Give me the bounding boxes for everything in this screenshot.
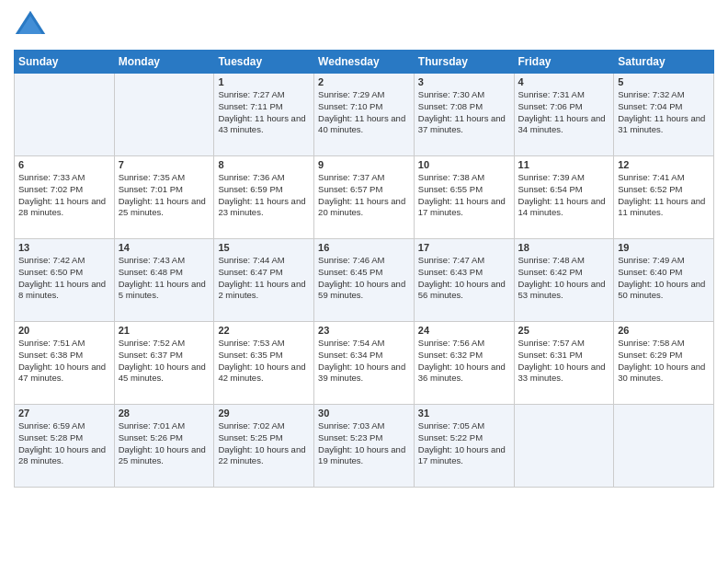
weekday-header-saturday: Saturday: [614, 51, 714, 74]
day-cell: 1Sunrise: 7:27 AM Sunset: 7:11 PM Daylig…: [214, 74, 314, 156]
day-cell: 8Sunrise: 7:36 AM Sunset: 6:59 PM Daylig…: [214, 156, 314, 239]
day-info: Sunrise: 7:38 AM Sunset: 6:55 PM Dayligh…: [418, 172, 510, 219]
week-row-5: 27Sunrise: 6:59 AM Sunset: 5:28 PM Dayli…: [15, 405, 714, 488]
day-cell: 29Sunrise: 7:02 AM Sunset: 5:25 PM Dayli…: [214, 405, 314, 488]
day-info: Sunrise: 7:05 AM Sunset: 5:22 PM Dayligh…: [418, 420, 510, 467]
day-cell: [514, 405, 614, 488]
day-info: Sunrise: 7:36 AM Sunset: 6:59 PM Dayligh…: [218, 172, 310, 219]
day-number: 21: [119, 325, 210, 336]
calendar-table: SundayMondayTuesdayWednesdayThursdayFrid…: [14, 50, 714, 488]
day-info: Sunrise: 7:37 AM Sunset: 6:57 PM Dayligh…: [318, 172, 410, 219]
day-info: Sunrise: 7:52 AM Sunset: 6:37 PM Dayligh…: [119, 338, 210, 385]
day-info: Sunrise: 7:53 AM Sunset: 6:35 PM Dayligh…: [218, 338, 310, 385]
day-number: 24: [418, 325, 510, 336]
day-info: Sunrise: 7:43 AM Sunset: 6:48 PM Dayligh…: [119, 255, 210, 302]
day-number: 5: [618, 76, 710, 87]
week-row-4: 20Sunrise: 7:51 AM Sunset: 6:38 PM Dayli…: [15, 322, 714, 405]
day-cell: 24Sunrise: 7:56 AM Sunset: 6:32 PM Dayli…: [414, 322, 514, 405]
day-number: 2: [318, 76, 410, 87]
day-cell: 18Sunrise: 7:48 AM Sunset: 6:42 PM Dayli…: [514, 239, 614, 322]
day-number: 28: [119, 408, 210, 419]
day-info: Sunrise: 7:51 AM Sunset: 6:38 PM Dayligh…: [18, 338, 110, 385]
day-cell: 4Sunrise: 7:31 AM Sunset: 7:06 PM Daylig…: [514, 74, 614, 156]
day-cell: 20Sunrise: 7:51 AM Sunset: 6:38 PM Dayli…: [15, 322, 115, 405]
day-info: Sunrise: 7:46 AM Sunset: 6:45 PM Dayligh…: [318, 255, 410, 302]
day-info: Sunrise: 7:54 AM Sunset: 6:34 PM Dayligh…: [318, 338, 410, 385]
day-cell: 13Sunrise: 7:42 AM Sunset: 6:50 PM Dayli…: [15, 239, 115, 322]
day-cell: 6Sunrise: 7:33 AM Sunset: 7:02 PM Daylig…: [15, 156, 115, 239]
day-info: Sunrise: 7:49 AM Sunset: 6:40 PM Dayligh…: [618, 255, 710, 302]
day-number: 20: [18, 325, 110, 336]
day-info: Sunrise: 6:59 AM Sunset: 5:28 PM Dayligh…: [18, 420, 110, 467]
day-info: Sunrise: 7:47 AM Sunset: 6:43 PM Dayligh…: [418, 255, 510, 302]
day-cell: 3Sunrise: 7:30 AM Sunset: 7:08 PM Daylig…: [414, 74, 514, 156]
day-number: 27: [18, 408, 110, 419]
day-cell: 22Sunrise: 7:53 AM Sunset: 6:35 PM Dayli…: [214, 322, 314, 405]
day-info: Sunrise: 7:42 AM Sunset: 6:50 PM Dayligh…: [18, 255, 110, 302]
day-number: 22: [218, 325, 310, 336]
day-number: 1: [218, 76, 310, 87]
day-cell: [15, 74, 115, 156]
day-number: 6: [18, 159, 110, 170]
week-row-2: 6Sunrise: 7:33 AM Sunset: 7:02 PM Daylig…: [15, 156, 714, 239]
day-cell: 10Sunrise: 7:38 AM Sunset: 6:55 PM Dayli…: [414, 156, 514, 239]
weekday-header-tuesday: Tuesday: [214, 51, 314, 74]
logo-icon: [14, 9, 47, 42]
weekday-header-sunday: Sunday: [15, 51, 115, 74]
day-cell: 7Sunrise: 7:35 AM Sunset: 7:01 PM Daylig…: [114, 156, 214, 239]
day-number: 4: [518, 76, 610, 87]
weekday-header-friday: Friday: [514, 51, 614, 74]
day-info: Sunrise: 7:32 AM Sunset: 7:04 PM Dayligh…: [618, 89, 710, 136]
day-info: Sunrise: 7:33 AM Sunset: 7:02 PM Dayligh…: [18, 172, 110, 219]
day-cell: 21Sunrise: 7:52 AM Sunset: 6:37 PM Dayli…: [114, 322, 214, 405]
week-row-1: 1Sunrise: 7:27 AM Sunset: 7:11 PM Daylig…: [15, 74, 714, 156]
day-number: 16: [318, 242, 410, 253]
day-number: 30: [318, 408, 410, 419]
day-number: 17: [418, 242, 510, 253]
day-info: Sunrise: 7:39 AM Sunset: 6:54 PM Dayligh…: [518, 172, 610, 219]
day-cell: 31Sunrise: 7:05 AM Sunset: 5:22 PM Dayli…: [414, 405, 514, 488]
day-cell: [614, 405, 714, 488]
day-cell: 30Sunrise: 7:03 AM Sunset: 5:23 PM Dayli…: [314, 405, 415, 488]
weekday-header-thursday: Thursday: [414, 51, 514, 74]
day-cell: 14Sunrise: 7:43 AM Sunset: 6:48 PM Dayli…: [114, 239, 214, 322]
day-info: Sunrise: 7:03 AM Sunset: 5:23 PM Dayligh…: [318, 420, 410, 467]
day-info: Sunrise: 7:57 AM Sunset: 6:31 PM Dayligh…: [518, 338, 610, 385]
day-cell: 9Sunrise: 7:37 AM Sunset: 6:57 PM Daylig…: [314, 156, 415, 239]
day-number: 3: [418, 76, 510, 87]
day-cell: 17Sunrise: 7:47 AM Sunset: 6:43 PM Dayli…: [414, 239, 514, 322]
day-info: Sunrise: 7:31 AM Sunset: 7:06 PM Dayligh…: [518, 89, 610, 136]
day-info: Sunrise: 7:58 AM Sunset: 6:29 PM Dayligh…: [618, 338, 710, 385]
day-number: 29: [218, 408, 310, 419]
day-number: 11: [518, 159, 610, 170]
calendar-container: SundayMondayTuesdayWednesdayThursdayFrid…: [0, 0, 728, 501]
weekday-header-wednesday: Wednesday: [314, 51, 415, 74]
weekday-header-monday: Monday: [114, 51, 214, 74]
day-cell: 2Sunrise: 7:29 AM Sunset: 7:10 PM Daylig…: [314, 74, 415, 156]
logo: [14, 9, 51, 42]
day-number: 12: [618, 159, 710, 170]
calendar-header: [14, 9, 714, 42]
day-cell: 19Sunrise: 7:49 AM Sunset: 6:40 PM Dayli…: [614, 239, 714, 322]
day-number: 23: [318, 325, 410, 336]
day-info: Sunrise: 7:48 AM Sunset: 6:42 PM Dayligh…: [518, 255, 610, 302]
day-info: Sunrise: 7:30 AM Sunset: 7:08 PM Dayligh…: [418, 89, 510, 136]
day-number: 19: [618, 242, 710, 253]
day-info: Sunrise: 7:56 AM Sunset: 6:32 PM Dayligh…: [418, 338, 510, 385]
day-info: Sunrise: 7:29 AM Sunset: 7:10 PM Dayligh…: [318, 89, 410, 136]
day-number: 9: [318, 159, 410, 170]
day-number: 25: [518, 325, 610, 336]
day-cell: 15Sunrise: 7:44 AM Sunset: 6:47 PM Dayli…: [214, 239, 314, 322]
day-number: 31: [418, 408, 510, 419]
day-info: Sunrise: 7:44 AM Sunset: 6:47 PM Dayligh…: [218, 255, 310, 302]
day-info: Sunrise: 7:35 AM Sunset: 7:01 PM Dayligh…: [119, 172, 210, 219]
day-cell: 28Sunrise: 7:01 AM Sunset: 5:26 PM Dayli…: [114, 405, 214, 488]
day-info: Sunrise: 7:41 AM Sunset: 6:52 PM Dayligh…: [618, 172, 710, 219]
day-cell: 11Sunrise: 7:39 AM Sunset: 6:54 PM Dayli…: [514, 156, 614, 239]
day-info: Sunrise: 7:02 AM Sunset: 5:25 PM Dayligh…: [218, 420, 310, 467]
day-info: Sunrise: 7:01 AM Sunset: 5:26 PM Dayligh…: [119, 420, 210, 467]
day-number: 26: [618, 325, 710, 336]
day-cell: 16Sunrise: 7:46 AM Sunset: 6:45 PM Dayli…: [314, 239, 415, 322]
day-number: 13: [18, 242, 110, 253]
day-cell: 27Sunrise: 6:59 AM Sunset: 5:28 PM Dayli…: [15, 405, 115, 488]
